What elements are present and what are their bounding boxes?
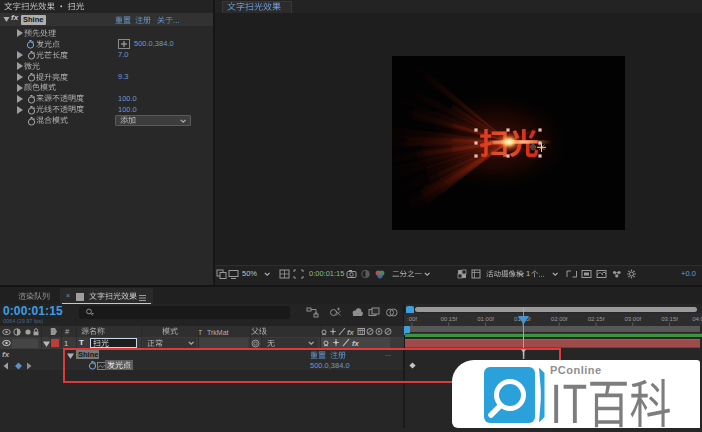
svg-text:04:0: 04:0 (692, 316, 702, 322)
svg-text:02:15f: 02:15f (588, 316, 605, 322)
svg-text:03:15f: 03:15f (661, 316, 678, 322)
svg-text:03:00f: 03:00f (624, 316, 641, 322)
svg-text:02:00f: 02:00f (551, 316, 568, 322)
svg-text:fx: fx (347, 328, 354, 337)
svg-text::00f: :00f (407, 316, 417, 322)
svg-text:fx: fx (352, 339, 359, 348)
svg-text:00:15f: 00:15f (440, 316, 457, 322)
svg-text:01:00f: 01:00f (477, 316, 494, 322)
